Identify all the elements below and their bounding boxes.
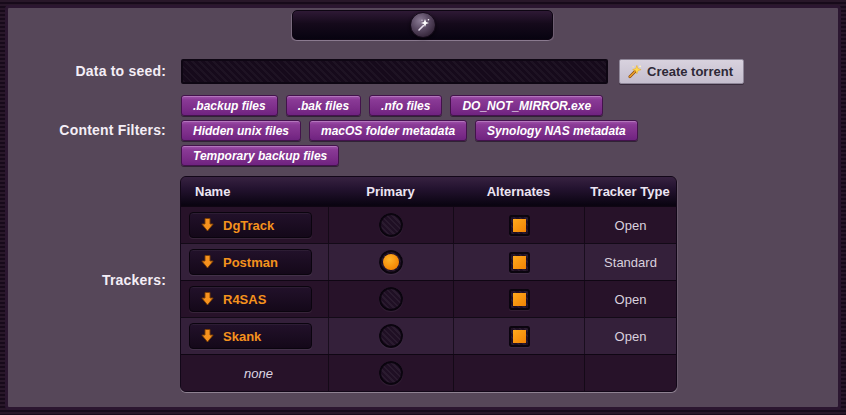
- alternates-checkbox[interactable]: [509, 289, 530, 310]
- content-filter-chip-row: Temporary backup files: [181, 145, 638, 166]
- column-header-primary: Primary: [328, 184, 453, 199]
- download-arrow-icon: [201, 255, 214, 269]
- primary-cell: [328, 244, 453, 280]
- collapsed-toolbar: [292, 10, 553, 40]
- column-header-tracker-type: Tracker Type: [584, 184, 676, 199]
- type-cell: [584, 355, 676, 391]
- content-filters-label: Content Filters:: [0, 122, 166, 138]
- content-filter-chip-row: .backup files.bak files.nfo filesDO_NOT_…: [181, 95, 638, 116]
- tracker-name-button[interactable]: DgTrack: [189, 212, 312, 238]
- alternates-checkbox[interactable]: [509, 252, 530, 273]
- download-arrow-icon: [201, 292, 214, 306]
- trackers-table: Name Primary Alternates Tracker Type DgT…: [180, 176, 677, 392]
- tracker-name-label: R4SAS: [223, 292, 266, 307]
- tracker-name-button[interactable]: Skank: [189, 323, 312, 349]
- primary-radio[interactable]: [379, 324, 403, 348]
- tracker-row: R4SAS Open: [181, 280, 676, 317]
- column-header-name: Name: [181, 184, 328, 199]
- tracker-row: Postman Standard: [181, 243, 676, 280]
- data-to-seed-label: Data to seed:: [0, 63, 166, 79]
- tracker-type-label: Standard: [604, 255, 657, 270]
- type-cell: Open: [584, 281, 676, 317]
- content-filter-chip[interactable]: Synology NAS metadata: [475, 120, 638, 141]
- content-filter-chip[interactable]: DO_NOT_MIRROR.exe: [450, 95, 603, 116]
- primary-radio[interactable]: [379, 361, 403, 385]
- app-window: Data to seed: Create torrent Content Fil…: [0, 0, 846, 415]
- magic-wand-knob[interactable]: [410, 12, 436, 38]
- tracker-name-label: DgTrack: [223, 218, 274, 233]
- tracker-name-button[interactable]: Postman: [189, 249, 312, 275]
- tracker-name-cell: Postman: [181, 244, 328, 280]
- content-filter-chip[interactable]: .backup files: [181, 95, 278, 116]
- primary-radio[interactable]: [379, 213, 403, 237]
- tracker-name-label: Postman: [223, 255, 278, 270]
- column-header-alternates: Alternates: [453, 184, 584, 199]
- magic-wand-icon: [627, 64, 642, 79]
- alternates-cell: [453, 207, 584, 243]
- tracker-name-cell: Skank: [181, 318, 328, 354]
- tracker-type-label: Open: [615, 292, 647, 307]
- alternates-checkbox[interactable]: [509, 326, 530, 347]
- tracker-type-label: Open: [615, 329, 647, 344]
- alternates-checkbox[interactable]: [509, 215, 530, 236]
- magic-wand-icon: [415, 17, 431, 33]
- tracker-name-button[interactable]: R4SAS: [189, 286, 312, 312]
- download-arrow-icon: [201, 218, 214, 232]
- type-cell: Open: [584, 207, 676, 243]
- create-torrent-label: Create torrent: [647, 64, 733, 79]
- primary-radio[interactable]: [379, 287, 403, 311]
- primary-cell: [328, 281, 453, 317]
- download-arrow-icon: [201, 329, 214, 343]
- primary-cell: [328, 318, 453, 354]
- primary-radio[interactable]: [379, 250, 403, 274]
- create-torrent-button[interactable]: Create torrent: [619, 59, 744, 84]
- alternates-cell: [453, 281, 584, 317]
- type-cell: Open: [584, 318, 676, 354]
- tracker-row: DgTrack Open: [181, 206, 676, 243]
- alternates-cell: [453, 244, 584, 280]
- alternates-cell: [453, 318, 584, 354]
- alternates-cell: [453, 355, 584, 391]
- tracker-type-label: Open: [615, 218, 647, 233]
- tracker-name-cell: DgTrack: [181, 207, 328, 243]
- tracker-row: Skank Open: [181, 317, 676, 354]
- primary-cell: [328, 207, 453, 243]
- tracker-name-label: Skank: [223, 329, 261, 344]
- primary-cell: [328, 355, 453, 391]
- tracker-row: none: [181, 354, 676, 391]
- type-cell: Standard: [584, 244, 676, 280]
- content-filter-chip[interactable]: Temporary backup files: [181, 145, 339, 166]
- trackers-label: Trackers:: [0, 272, 166, 288]
- table-header: Name Primary Alternates Tracker Type: [181, 177, 676, 206]
- content-filter-chip[interactable]: Hidden unix files: [181, 120, 301, 141]
- tracker-name-cell: R4SAS: [181, 281, 328, 317]
- content-filter-chip-row: Hidden unix filesmacOS folder metadataSy…: [181, 120, 638, 141]
- content-filter-chip[interactable]: .nfo files: [369, 95, 442, 116]
- data-to-seed-input[interactable]: [181, 59, 608, 84]
- content-filter-chip[interactable]: .bak files: [286, 95, 361, 116]
- tracker-name-cell: none: [181, 355, 328, 391]
- tracker-none-label: none: [189, 366, 328, 381]
- content-filters-group: .backup files.bak files.nfo filesDO_NOT_…: [181, 95, 638, 166]
- content-filter-chip[interactable]: macOS folder metadata: [309, 120, 467, 141]
- table-body: DgTrack Open Postman Standard R4SAS: [181, 206, 676, 391]
